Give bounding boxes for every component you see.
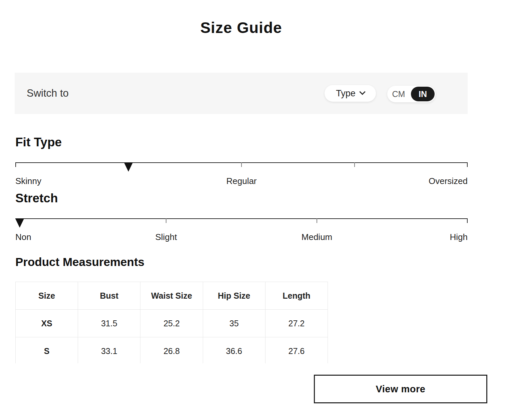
slider-endcap xyxy=(467,218,468,223)
cell-bust: 33.1 xyxy=(78,337,140,364)
type-dropdown-button[interactable]: Type xyxy=(325,85,376,102)
stretch-marker-icon xyxy=(15,219,24,228)
slider-tick xyxy=(317,218,317,223)
slider-endcap xyxy=(15,162,16,167)
cell-length: 27.6 xyxy=(265,337,328,364)
cell-size: XS xyxy=(16,310,78,337)
cell-length: 27.2 xyxy=(265,310,328,337)
cell-hip: 36.6 xyxy=(203,337,265,364)
fit-type-heading: Fit Type xyxy=(15,135,62,149)
cell-size: S xyxy=(16,337,78,364)
product-measurements-heading: Product Measurements xyxy=(15,255,144,269)
unit-option-in[interactable]: IN xyxy=(411,87,435,101)
unit-option-cm[interactable]: CM xyxy=(387,89,410,99)
stretch-labels: Non Slight Medium High xyxy=(15,232,468,243)
col-header-hip: Hip Size xyxy=(203,282,265,310)
slider-tick xyxy=(166,218,166,223)
fit-label-regular: Regular xyxy=(226,176,256,186)
stretch-label-medium: Medium xyxy=(302,232,332,242)
stretch-slider xyxy=(15,218,468,219)
fit-type-labels: Skinny Regular Oversized xyxy=(15,176,468,187)
cell-waist: 26.8 xyxy=(140,337,203,364)
col-header-bust: Bust xyxy=(78,282,140,310)
table-row: S 33.1 26.8 36.6 27.6 xyxy=(16,337,328,364)
slider-tick xyxy=(354,162,355,167)
cell-waist: 25.2 xyxy=(140,310,203,337)
type-dropdown-label: Type xyxy=(336,88,356,99)
stretch-label-slight: Slight xyxy=(155,232,177,242)
product-measurements-table: Size Bust Waist Size Hip Size Length XS … xyxy=(15,282,328,363)
stretch-heading: Stretch xyxy=(15,191,58,205)
slider-tick xyxy=(241,162,242,167)
chevron-down-icon xyxy=(359,89,365,95)
switch-to-label: Switch to xyxy=(27,73,69,114)
table-header-row: Size Bust Waist Size Hip Size Length xyxy=(16,282,328,310)
table-row: XS 31.5 25.2 35 27.2 xyxy=(16,310,328,337)
fit-label-oversized: Oversized xyxy=(429,176,468,186)
stretch-label-non: Non xyxy=(15,232,31,242)
col-header-size: Size xyxy=(16,282,78,310)
fit-type-slider xyxy=(15,162,468,163)
stretch-label-high: High xyxy=(450,232,468,242)
col-header-length: Length xyxy=(265,282,328,310)
col-header-waist: Waist Size xyxy=(140,282,203,310)
slider-endcap xyxy=(467,162,468,167)
cell-bust: 31.5 xyxy=(78,310,140,337)
view-more-button[interactable]: View more xyxy=(314,375,487,403)
fit-label-skinny: Skinny xyxy=(15,176,41,186)
unit-switch-bar: Switch to Type CM IN xyxy=(15,73,468,114)
cell-hip: 35 xyxy=(203,310,265,337)
unit-toggle[interactable]: CM IN xyxy=(387,86,436,102)
fit-type-marker-icon xyxy=(124,163,133,172)
page-title: Size Guide xyxy=(15,19,468,37)
